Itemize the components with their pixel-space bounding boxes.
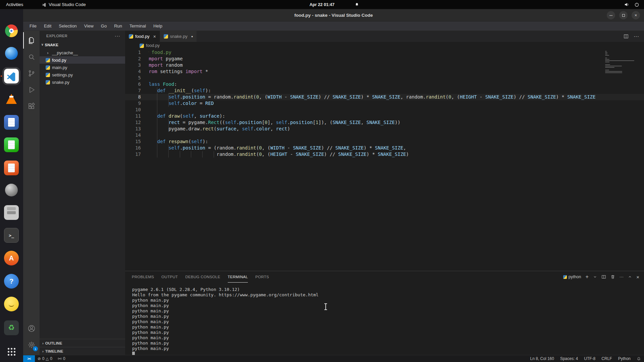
search-icon[interactable] xyxy=(23,49,40,65)
close-panel-icon[interactable]: × xyxy=(636,274,639,280)
dock-gimp-icon[interactable] xyxy=(4,183,19,197)
dock-vscode-icon[interactable] xyxy=(4,69,19,83)
dock-impress-icon[interactable] xyxy=(4,161,19,175)
explorer-icon[interactable] xyxy=(23,32,40,49)
line-number[interactable]: 3 xyxy=(125,62,141,68)
notifications-bell-icon[interactable] xyxy=(634,355,644,362)
file-row-settings-py[interactable]: settings.py xyxy=(40,71,125,78)
manage-gear-icon[interactable]: 1 xyxy=(23,337,40,353)
line-number[interactable]: 17 xyxy=(125,151,141,158)
file-row-main-py[interactable]: main.py xyxy=(40,64,125,71)
dock-terminal-icon[interactable]: >_ xyxy=(4,228,19,243)
dock-browser-icon[interactable] xyxy=(4,46,19,61)
indentation[interactable]: Spaces: 4 xyxy=(557,355,581,362)
ports-indicator[interactable]: 0 xyxy=(55,355,68,362)
line-number[interactable]: 1 xyxy=(125,49,141,56)
panel-tab-problems[interactable]: PROBLEMS xyxy=(132,271,154,283)
dock-files-icon[interactable] xyxy=(4,205,19,220)
accounts-icon[interactable] xyxy=(23,320,40,337)
dock-chrome-icon[interactable] xyxy=(4,23,19,38)
dock-calc-icon[interactable] xyxy=(4,137,19,152)
explorer-more-actions-icon[interactable]: ··· xyxy=(115,33,120,39)
remote-indicator[interactable]: >< xyxy=(23,355,35,362)
dock-cheese-icon[interactable] xyxy=(4,297,19,311)
project-section-header[interactable]: ∨ SNAKE xyxy=(40,41,125,49)
dirty-dot-icon[interactable]: ● xyxy=(191,35,193,38)
launch-profile-chevron-icon[interactable] xyxy=(593,275,597,279)
eol-sequence[interactable]: CRLF xyxy=(598,355,615,362)
menu-item-file[interactable]: File xyxy=(26,23,40,28)
run-and-debug-icon[interactable] xyxy=(23,81,40,98)
code-editor[interactable]: 1# food.py2import pygame3import random4f… xyxy=(125,49,644,271)
terminal-output[interactable]: pygame 2.6.1 (SDL 2.28.4, Python 3.10.12… xyxy=(125,283,644,355)
line-number[interactable]: 6 xyxy=(125,81,141,87)
line-number[interactable]: 9 xyxy=(125,100,141,107)
panel-tab-terminal[interactable]: TERMINAL xyxy=(228,271,248,283)
timeline-section[interactable]: › TIMELINE xyxy=(40,347,125,355)
minimap[interactable] xyxy=(605,51,639,74)
system-tray[interactable] xyxy=(624,2,644,7)
menu-item-help[interactable]: Help xyxy=(150,23,166,28)
menu-item-run[interactable]: Run xyxy=(110,23,126,28)
panel-header: PROBLEMSOUTPUTDEBUG CONSOLETERMINALPORTS… xyxy=(125,271,644,283)
file-row-__pycache__[interactable]: ›__pycache__ xyxy=(40,49,125,56)
encoding[interactable]: UTF-8 xyxy=(581,355,598,362)
focused-app-indicator[interactable]: Visual Studio Code xyxy=(42,2,86,7)
terminal-line: python main.py xyxy=(132,319,644,324)
menu-item-view[interactable]: View xyxy=(80,23,97,28)
source-control-icon[interactable] xyxy=(23,65,40,81)
split-terminal-icon[interactable] xyxy=(601,275,606,279)
new-terminal-icon[interactable]: + xyxy=(585,274,588,280)
panel-tab-output[interactable]: OUTPUT xyxy=(161,271,178,283)
close-tab-icon[interactable]: × xyxy=(153,34,156,39)
line-number[interactable]: 11 xyxy=(125,113,141,119)
split-editor-icon[interactable] xyxy=(624,34,629,39)
dock-help-icon[interactable]: ? xyxy=(4,274,19,289)
outline-section[interactable]: › OUTLINE xyxy=(40,339,125,347)
breadcrumb[interactable]: food.py xyxy=(125,42,644,49)
line-number[interactable]: 13 xyxy=(125,126,141,132)
restore-button[interactable] xyxy=(619,11,628,19)
menu-item-go[interactable]: Go xyxy=(97,23,110,28)
line-number[interactable]: 12 xyxy=(125,119,141,126)
line-number[interactable]: 14 xyxy=(125,132,141,138)
ports-count: 0 xyxy=(63,356,65,361)
menu-item-selection[interactable]: Selection xyxy=(55,23,80,28)
dock-appcenter-icon[interactable]: A xyxy=(4,251,19,265)
panel-more-actions-icon[interactable]: ··· xyxy=(620,275,624,279)
file-row-food-py[interactable]: food.py xyxy=(40,56,125,64)
line-number[interactable]: 15 xyxy=(125,138,141,145)
tab-food-py[interactable]: food.py× xyxy=(125,31,160,42)
line-number[interactable]: 10 xyxy=(125,107,141,113)
close-button[interactable]: × xyxy=(632,11,640,19)
problems-indicator[interactable]: ⊘ 0 △ 0 xyxy=(35,355,55,362)
sidebar-header: EXPLORER ··· xyxy=(40,31,125,41)
activities-button[interactable]: Activities xyxy=(0,0,29,9)
line-number[interactable]: 8 xyxy=(125,94,141,100)
cursor-position[interactable]: Ln 8, Col 160 xyxy=(527,355,557,362)
extensions-icon[interactable] xyxy=(23,98,40,114)
clock[interactable]: Apr 22 01:47 xyxy=(310,2,334,7)
panel-tab-debug-console[interactable]: DEBUG CONSOLE xyxy=(185,271,220,283)
terminal-profile[interactable]: python xyxy=(563,275,581,279)
menu-item-terminal[interactable]: Terminal xyxy=(126,23,150,28)
dock-writer-icon[interactable] xyxy=(4,115,19,130)
line-number[interactable]: 16 xyxy=(125,145,141,151)
more-actions-icon[interactable]: ··· xyxy=(634,34,639,40)
panel-tab-ports[interactable]: PORTS xyxy=(255,271,269,283)
line-number[interactable]: 2 xyxy=(125,56,141,62)
minimize-button[interactable]: ─ xyxy=(607,11,615,19)
menu-item-edit[interactable]: Edit xyxy=(40,23,55,28)
kill-terminal-icon[interactable] xyxy=(610,275,615,279)
line-number[interactable]: 5 xyxy=(125,75,141,81)
maximize-panel-icon[interactable] xyxy=(628,275,632,279)
line-number[interactable]: 7 xyxy=(125,87,141,94)
file-row-snake-py[interactable]: snake.py xyxy=(40,78,125,86)
restore-icon xyxy=(622,14,625,17)
dock-recycle-icon[interactable]: ♻ xyxy=(4,320,19,335)
line-number[interactable]: 4 xyxy=(125,68,141,75)
language-mode[interactable]: Python xyxy=(615,355,634,362)
tab-snake-py[interactable]: snake.py● xyxy=(160,31,197,42)
show-applications-button[interactable] xyxy=(4,344,19,359)
dock-vlc-icon[interactable] xyxy=(4,92,19,106)
